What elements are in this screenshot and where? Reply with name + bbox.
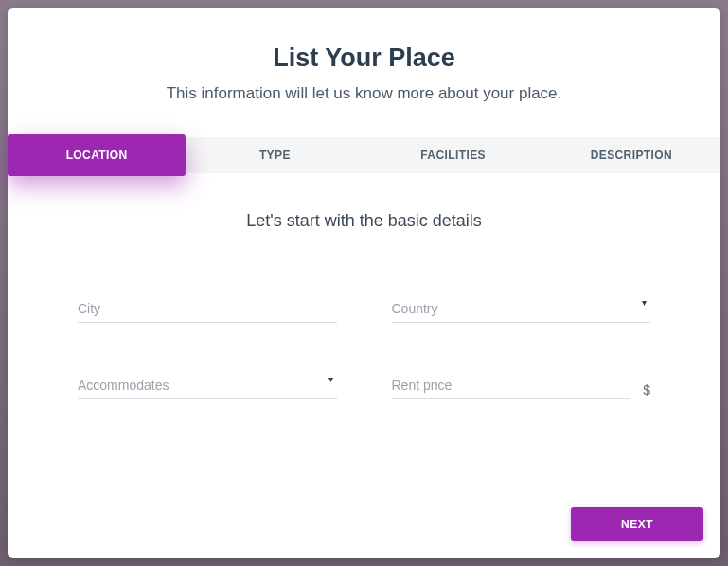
header: List Your Place This information will le… bbox=[8, 8, 720, 103]
tab-facilities[interactable]: FACILITIES bbox=[364, 137, 542, 173]
tabs: LOCATION TYPE FACILITIES DESCRIPTION bbox=[8, 137, 720, 173]
page-subtitle: This information will let us know more a… bbox=[8, 84, 720, 103]
field-rent: $ bbox=[392, 372, 651, 399]
field-city bbox=[78, 295, 337, 323]
field-accommodates: ▾ bbox=[78, 372, 337, 399]
tab-description[interactable]: DESCRIPTION bbox=[542, 137, 720, 173]
listing-card: List Your Place This information will le… bbox=[8, 8, 720, 558]
currency-suffix: $ bbox=[643, 382, 650, 399]
page-title: List Your Place bbox=[8, 44, 720, 73]
section-heading: Let's start with the basic details bbox=[8, 211, 720, 231]
accommodates-select[interactable] bbox=[78, 372, 337, 399]
country-select[interactable] bbox=[392, 295, 651, 323]
form-grid: ▾ ▾ $ bbox=[8, 231, 720, 399]
field-country: ▾ bbox=[392, 295, 651, 323]
tab-location[interactable]: LOCATION bbox=[8, 134, 186, 176]
city-input[interactable] bbox=[78, 295, 337, 323]
rent-input[interactable] bbox=[392, 372, 630, 399]
tab-type[interactable]: TYPE bbox=[186, 137, 364, 173]
next-button[interactable]: NEXT bbox=[571, 507, 703, 541]
